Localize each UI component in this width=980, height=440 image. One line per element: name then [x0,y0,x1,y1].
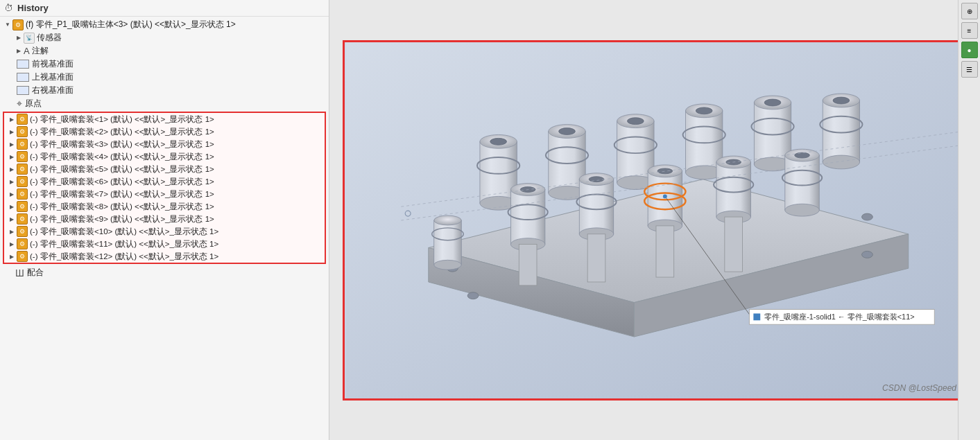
svg-point-43 [589,176,604,182]
svg-point-57 [785,204,819,216]
tree-annotation[interactable]: A 注解 [0,44,329,58]
toolbar-btn-1[interactable]: ⊕ [961,3,978,19]
viewport-border: 零件_吸嘴座-1-solid1 ← 零件_吸嘴套装<11> CSDN @Lost… [343,40,967,401]
asm-icon-11: ⚙ [17,238,28,249]
asm-icon-4: ⚙ [17,151,28,162]
asm-icon-7: ⚙ [17,188,28,200]
tree-highlight-item-5[interactable]: ▶⚙(-) 零件_吸嘴套装<5> (默认) <<默认>_显示状态 1> [4,163,325,175]
svg-rect-61 [587,234,605,281]
toolbar-btn-3[interactable]: ● [961,42,978,58]
svg-point-68 [862,213,873,220]
tree-highlight-item-2[interactable]: ▶⚙(-) 零件_吸嘴套装<2> (默认) <<默认>_显示状态 1> [4,125,325,138]
mate-label: 配合 [27,267,44,279]
tree-right-plane[interactable]: 右视基准面 [0,84,329,97]
svg-point-31 [823,155,859,169]
left-panel: ⏱ History ⚙ (f) 零件_P1_吸嘴钻主体<3> (默认) <<默认… [0,0,329,440]
tree-highlight-item-7[interactable]: ▶⚙(-) 零件_吸嘴套装<7> (默认) <<默认>_显示状态 1> [4,188,325,200]
expand-icon-9[interactable]: ▶ [7,214,17,224]
tree-sensor[interactable]: 📡 传感器 [0,31,329,44]
expand-icon-1[interactable]: ▶ [7,114,17,124]
expand-icon-2[interactable]: ▶ [7,127,17,137]
svg-point-70 [467,292,479,299]
tree-area[interactable]: ⚙ (f) 零件_P1_吸嘴钻主体<3> (默认) <<默认>_显示状态 1> … [0,17,329,440]
svg-rect-39 [579,179,613,234]
svg-rect-63 [725,217,743,272]
expand-icon-11[interactable]: ▶ [7,239,17,249]
expand-sensor[interactable] [14,33,24,43]
asm-icon-8: ⚙ [17,201,28,212]
sensor-label: 传感器 [37,32,62,44]
tree-top-label: (f) 零件_P1_吸嘴钻主体<3> (默认) <<默认>_显示状态 1> [26,19,236,30]
svg-point-49 [657,168,673,173]
svg-point-72 [663,194,667,198]
front-plane-label: 前视基准面 [32,58,74,70]
origin-label: 原点 [25,98,42,109]
right-plane-label: 右视基准面 [32,85,74,96]
plane-icon-front [17,60,29,69]
highlight-label-10: (-) 零件_吸嘴套装<10> (默认) <<默认>_显示状态 1> [30,227,218,237]
tree-highlight-item-6[interactable]: ▶⚙(-) 零件_吸嘴套装<6> (默认) <<默认>_显示状态 1> [4,175,325,188]
watermark: CSDN @LostSpeed [882,383,956,393]
toolbar-btn-2[interactable]: ≡ [961,22,978,39]
svg-rect-76 [434,220,462,265]
highlight-label-11: (-) 零件_吸嘴套装<11> (默认) <<默认>_显示状态 1> [30,239,218,249]
expand-icon-3[interactable]: ▶ [7,139,17,149]
asm-icon-9: ⚙ [17,213,28,225]
tree-highlight-item-1[interactable]: ▶⚙(-) 零件_吸嘴套装<1> (默认) <<默认>_显示状态 1> [4,113,325,125]
svg-rect-74 [753,313,760,320]
svg-point-69 [862,251,873,258]
tree-highlight-item-3[interactable]: ▶⚙(-) 零件_吸嘴套装<3> (默认) <<默认>_显示状态 1> [4,138,325,150]
annotation-label: 注解 [32,45,49,57]
mate-icon: Ш [15,267,24,279]
svg-rect-55 [785,155,819,210]
asm-icon-10: ⚙ [17,226,28,237]
highlight-label-9: (-) 零件_吸嘴套装<9> (默认) <<默认>_显示状态 1> [30,214,214,225]
svg-point-23 [696,107,712,114]
right-toolbar: ⊕ ≡ ● ☰ [958,0,980,440]
sensor-icon: 📡 [24,33,35,44]
highlight-box: ▶⚙(-) 零件_吸嘴套装<1> (默认) <<默认>_显示状态 1>▶⚙(-)… [3,112,326,264]
expand-icon-top[interactable] [3,20,12,30]
top-plane-label: 上视基准面 [32,71,74,83]
svg-rect-60 [519,244,537,285]
expand-icon-7[interactable]: ▶ [7,189,17,199]
tree-highlight-item-4[interactable]: ▶⚙(-) 零件_吸嘴套装<4> (默认) <<默认>_显示状态 1> [4,150,325,163]
right-panel: 零件_吸嘴座-1-solid1 ← 零件_吸嘴套装<11> CSDN @Lost… [329,0,980,440]
highlight-label-3: (-) 零件_吸嘴套装<3> (默认) <<默认>_显示状态 1> [30,139,214,150]
annotation-icon: A [24,46,30,56]
history-title: History [17,3,49,13]
svg-point-33 [833,97,850,104]
tree-top-plane[interactable]: 上视基准面 [0,71,329,84]
asm-icon-top: ⚙ [12,19,24,30]
highlight-label-12: (-) 零件_吸嘴套装<12> (默认) <<默认>_显示状态 1> [30,252,218,262]
tree-highlight-item-10[interactable]: ▶⚙(-) 零件_吸嘴套装<10> (默认) <<默认>_显示状态 1> [4,225,325,238]
asm-icon-5: ⚙ [17,164,28,175]
expand-icon-6[interactable]: ▶ [7,177,17,186]
history-header: ⏱ History [0,0,329,17]
expand-icon-5[interactable]: ▶ [7,164,17,174]
expand-icon-12[interactable]: ▶ [7,252,17,261]
highlight-label-8: (-) 零件_吸嘴套装<8> (默认) <<默认>_显示状态 1> [30,202,214,212]
svg-text:零件_吸嘴座-1-solid1 ← 零件_吸嘴套装<11>: 零件_吸嘴座-1-solid1 ← 零件_吸嘴套装<11> [764,313,914,321]
tree-highlight-item-9[interactable]: ▶⚙(-) 零件_吸嘴套装<9> (默认) <<默认>_显示状态 1> [4,213,325,225]
tree-mate[interactable]: Ш 配合 [0,265,329,280]
svg-rect-62 [656,225,674,276]
expand-annotation[interactable] [14,46,24,56]
asm-icon-1: ⚙ [17,114,28,125]
tree-highlight-item-12[interactable]: ▶⚙(-) 零件_吸嘴套装<12> (默认) <<默认>_显示状态 1> [4,250,325,263]
svg-point-59 [795,152,810,158]
svg-point-77 [434,215,462,225]
highlight-label-7: (-) 零件_吸嘴套装<7> (默认) <<默认>_显示状态 1> [30,189,214,200]
expand-icon-8[interactable]: ▶ [7,202,17,211]
tree-highlight-item-8[interactable]: ▶⚙(-) 零件_吸嘴套装<8> (默认) <<默认>_显示状态 1> [4,200,325,213]
svg-point-18 [627,117,644,124]
tree-highlight-item-11[interactable]: ▶⚙(-) 零件_吸嘴套装<11> (默认) <<默认>_显示状态 1> [4,238,325,250]
tree-top-item[interactable]: ⚙ (f) 零件_P1_吸嘴钻主体<3> (默认) <<默认>_显示状态 1> [0,18,329,31]
tree-front-plane[interactable]: 前视基准面 [0,58,329,71]
asm-icon-2: ⚙ [17,126,28,137]
tree-origin[interactable]: ⌖ 原点 [0,97,329,110]
asm-icon-3: ⚙ [17,139,28,150]
toolbar-btn-4[interactable]: ☰ [961,61,978,78]
expand-icon-10[interactable]: ▶ [7,227,17,236]
expand-icon-4[interactable]: ▶ [7,152,17,161]
